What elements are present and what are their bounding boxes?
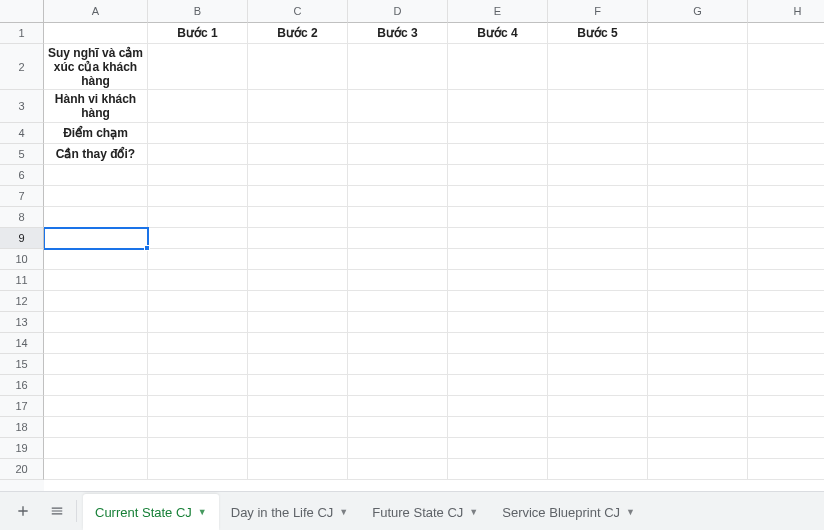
caret-down-icon[interactable]: ▼ (339, 507, 348, 517)
cell-E4[interactable] (448, 123, 548, 144)
cell-G5[interactable] (648, 144, 748, 165)
cell-F1[interactable]: Bước 5 (548, 23, 648, 44)
cell-H16[interactable] (748, 375, 824, 396)
cell-F4[interactable] (548, 123, 648, 144)
cell-C18[interactable] (248, 417, 348, 438)
cell-C8[interactable] (248, 207, 348, 228)
all-sheets-button[interactable] (40, 496, 74, 526)
cell-B9[interactable] (148, 228, 248, 249)
cell-H1[interactable] (748, 23, 824, 44)
cell-B15[interactable] (148, 354, 248, 375)
cell-H15[interactable] (748, 354, 824, 375)
cell-C7[interactable] (248, 186, 348, 207)
cell-G14[interactable] (648, 333, 748, 354)
cell-A18[interactable] (44, 417, 148, 438)
cell-A13[interactable] (44, 312, 148, 333)
cell-E16[interactable] (448, 375, 548, 396)
cell-A15[interactable] (44, 354, 148, 375)
cell-B18[interactable] (148, 417, 248, 438)
cell-F11[interactable] (548, 270, 648, 291)
caret-down-icon[interactable]: ▼ (198, 507, 207, 517)
cell-B3[interactable] (148, 90, 248, 123)
cell-G11[interactable] (648, 270, 748, 291)
cell-F7[interactable] (548, 186, 648, 207)
row-header-2[interactable]: 2 (0, 44, 44, 90)
row-header-14[interactable]: 14 (0, 333, 44, 354)
cell-H20[interactable] (748, 459, 824, 480)
cell-F9[interactable] (548, 228, 648, 249)
col-header-H[interactable]: H (748, 0, 824, 23)
cell-A11[interactable] (44, 270, 148, 291)
cell-H17[interactable] (748, 396, 824, 417)
cell-A3[interactable]: Hành vi khách hàng (44, 90, 148, 123)
cell-A6[interactable] (44, 165, 148, 186)
cell-F8[interactable] (548, 207, 648, 228)
cell-D12[interactable] (348, 291, 448, 312)
cell-B1[interactable]: Bước 1 (148, 23, 248, 44)
row-header-15[interactable]: 15 (0, 354, 44, 375)
cell-E15[interactable] (448, 354, 548, 375)
row-header-5[interactable]: 5 (0, 144, 44, 165)
cell-H6[interactable] (748, 165, 824, 186)
cell-G20[interactable] (648, 459, 748, 480)
row-header-9[interactable]: 9 (0, 228, 44, 249)
cell-H7[interactable] (748, 186, 824, 207)
cell-C16[interactable] (248, 375, 348, 396)
cell-A4[interactable]: Điểm chạm (44, 123, 148, 144)
cell-A8[interactable] (44, 207, 148, 228)
cell-D7[interactable] (348, 186, 448, 207)
cell-A2[interactable]: Suy nghĩ và cảm xúc của khách hàng (44, 44, 148, 90)
cell-E5[interactable] (448, 144, 548, 165)
cell-D15[interactable] (348, 354, 448, 375)
cell-H9[interactable] (748, 228, 824, 249)
cell-A7[interactable] (44, 186, 148, 207)
cell-C2[interactable] (248, 44, 348, 90)
cell-D19[interactable] (348, 438, 448, 459)
cell-E13[interactable] (448, 312, 548, 333)
cell-F6[interactable] (548, 165, 648, 186)
cell-D16[interactable] (348, 375, 448, 396)
add-sheet-button[interactable] (6, 496, 40, 526)
cell-F2[interactable] (548, 44, 648, 90)
caret-down-icon[interactable]: ▼ (469, 507, 478, 517)
cell-G13[interactable] (648, 312, 748, 333)
cell-G8[interactable] (648, 207, 748, 228)
cell-B5[interactable] (148, 144, 248, 165)
cell-C12[interactable] (248, 291, 348, 312)
row-header-17[interactable]: 17 (0, 396, 44, 417)
row-header-18[interactable]: 18 (0, 417, 44, 438)
cell-G10[interactable] (648, 249, 748, 270)
cell-C20[interactable] (248, 459, 348, 480)
row-header-10[interactable]: 10 (0, 249, 44, 270)
cell-F3[interactable] (548, 90, 648, 123)
cell-F17[interactable] (548, 396, 648, 417)
cell-C10[interactable] (248, 249, 348, 270)
cell-G2[interactable] (648, 44, 748, 90)
cell-D14[interactable] (348, 333, 448, 354)
cell-B19[interactable] (148, 438, 248, 459)
cell-F13[interactable] (548, 312, 648, 333)
cell-D8[interactable] (348, 207, 448, 228)
row-header-13[interactable]: 13 (0, 312, 44, 333)
cell-A12[interactable] (44, 291, 148, 312)
cell-G15[interactable] (648, 354, 748, 375)
cell-C4[interactable] (248, 123, 348, 144)
cell-D5[interactable] (348, 144, 448, 165)
cell-C15[interactable] (248, 354, 348, 375)
cell-C5[interactable] (248, 144, 348, 165)
cell-E1[interactable]: Bước 4 (448, 23, 548, 44)
cell-H8[interactable] (748, 207, 824, 228)
cell-F15[interactable] (548, 354, 648, 375)
cell-D17[interactable] (348, 396, 448, 417)
cell-A5[interactable]: Cần thay đổi? (44, 144, 148, 165)
cell-F16[interactable] (548, 375, 648, 396)
cell-C3[interactable] (248, 90, 348, 123)
col-header-D[interactable]: D (348, 0, 448, 23)
cell-E20[interactable] (448, 459, 548, 480)
cell-C19[interactable] (248, 438, 348, 459)
cell-G19[interactable] (648, 438, 748, 459)
cell-B8[interactable] (148, 207, 248, 228)
cell-H5[interactable] (748, 144, 824, 165)
cell-B7[interactable] (148, 186, 248, 207)
cell-D11[interactable] (348, 270, 448, 291)
